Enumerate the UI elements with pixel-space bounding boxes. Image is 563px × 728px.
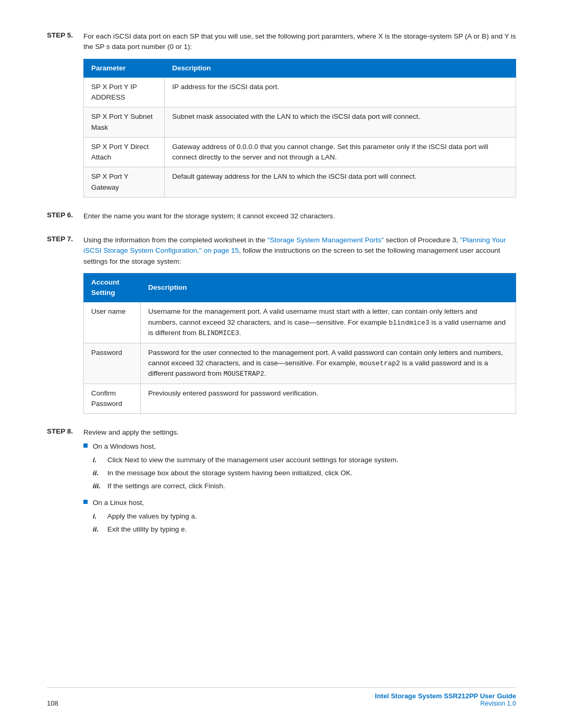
step5-col-param: Parameter xyxy=(84,59,165,77)
sub-sub-list: i.Apply the values by typing a.ii.Exit t… xyxy=(93,511,516,535)
sub-item-text: In the message box about the storage sys… xyxy=(107,468,353,478)
desc-cell: Password for the user connected to the m… xyxy=(141,343,516,384)
step8-label: STEP 8. xyxy=(47,427,83,541)
table-row: PasswordPassword for the user connected … xyxy=(84,343,516,384)
roman-numeral: ii. xyxy=(93,468,107,478)
list-item: ii.Exit the utility by typing e. xyxy=(93,524,516,535)
bullet-icon xyxy=(83,500,88,504)
list-item: On a Windows host,i.Click Next to view t… xyxy=(83,441,516,495)
guide-title: Intel Storage System SSR212PP User Guide xyxy=(375,692,516,700)
table-row: SP X Port Y Direct AttachGateway address… xyxy=(84,137,516,167)
footer-right: Intel Storage System SSR212PP User Guide… xyxy=(375,692,516,707)
list-item: i.Apply the values by typing a. xyxy=(93,511,516,522)
bullet-content: On a Linux host,i.Apply the values by ty… xyxy=(93,498,516,538)
step8-text: Review and apply the settings. xyxy=(83,427,516,438)
desc-cell: Username for the management port. A vali… xyxy=(141,302,516,343)
bullet-text: On a Windows host, xyxy=(93,441,516,452)
step7-col-setting: Account Setting xyxy=(84,273,141,302)
step7-link1[interactable]: "Storage System Management Ports" xyxy=(267,236,384,244)
list-item: ii.In the message box about the storage … xyxy=(93,468,516,478)
param-cell: SP X Port Y Direct Attach xyxy=(84,137,165,167)
step8-list: On a Windows host,i.Click Next to view t… xyxy=(83,441,516,538)
desc-cell: Previously entered password for password… xyxy=(141,384,516,414)
table-row: Confirm PasswordPreviously entered passw… xyxy=(84,384,516,414)
step7-col-desc: Description xyxy=(141,273,516,302)
sub-item-text: Exit the utility by typing e. xyxy=(107,524,187,535)
bullet-text: On a Linux host, xyxy=(93,498,516,508)
table-row: User nameUsername for the management por… xyxy=(84,302,516,343)
step7-intro: Using the information from the completed… xyxy=(83,235,516,267)
desc-cell: Default gateway address for the LAN to w… xyxy=(165,167,516,198)
step5-block: STEP 5. For each iSCSI data port on each… xyxy=(47,31,516,201)
list-item: iii.If the settings are correct, click F… xyxy=(93,481,516,491)
param-cell: SP X Port Y Gateway xyxy=(84,167,165,198)
step7-intro-part2: section of Procedure 3, xyxy=(384,236,460,244)
sub-item-text: If the settings are correct, click Finis… xyxy=(107,481,225,491)
step8-block: STEP 8. Review and apply the settings. O… xyxy=(47,427,516,541)
list-item: On a Linux host,i.Apply the values by ty… xyxy=(83,498,516,538)
setting-cell: Password xyxy=(84,343,141,384)
list-item: i.Click Next to view the summary of the … xyxy=(93,455,516,465)
revision: Revision 1.0 xyxy=(375,700,516,707)
roman-numeral: ii. xyxy=(93,524,107,535)
step8-content: Review and apply the settings. On a Wind… xyxy=(83,427,516,541)
table-row: SP X Port Y GatewayDefault gateway addre… xyxy=(84,167,516,198)
bullet-content: On a Windows host,i.Click Next to view t… xyxy=(93,441,516,495)
bullet-icon xyxy=(83,443,88,448)
step7-content: Using the information from the completed… xyxy=(83,235,516,417)
setting-cell: Confirm Password xyxy=(84,384,141,414)
sub-item-text: Apply the values by typing a. xyxy=(107,511,197,522)
step5-intro: For each iSCSI data port on each SP that… xyxy=(83,31,516,53)
desc-cell: Gateway address of 0.0.0.0 that you cann… xyxy=(165,137,516,167)
step6-text: Enter the name you want for the storage … xyxy=(83,211,516,221)
setting-cell: User name xyxy=(84,302,141,343)
step7-intro-part1: Using the information from the completed… xyxy=(83,236,267,244)
page: STEP 5. For each iSCSI data port on each… xyxy=(0,0,563,728)
param-cell: SP X Port Y Subnet Mask xyxy=(84,107,165,138)
step5-col-desc: Description xyxy=(165,59,516,77)
desc-cell: IP address for the iSCSI data port. xyxy=(165,77,516,107)
step6-content: Enter the name you want for the storage … xyxy=(83,211,516,225)
page-number: 108 xyxy=(47,699,58,707)
step5-label: STEP 5. xyxy=(47,31,83,201)
table-row: SP X Port Y IP ADDRESSIP address for the… xyxy=(84,77,516,107)
roman-numeral: iii. xyxy=(93,481,107,491)
table-row: SP X Port Y Subnet MaskSubnet mask assoc… xyxy=(84,107,516,138)
step7-label: STEP 7. xyxy=(47,235,83,417)
roman-numeral: i. xyxy=(93,511,107,522)
desc-cell: Subnet mask associated with the LAN to w… xyxy=(165,107,516,138)
step5-content: For each iSCSI data port on each SP that… xyxy=(83,31,516,201)
footer: 108 Intel Storage System SSR212PP User G… xyxy=(47,687,516,707)
roman-numeral: i. xyxy=(93,455,107,465)
step5-table: Parameter Description SP X Port Y IP ADD… xyxy=(83,59,516,198)
step7-block: STEP 7. Using the information from the c… xyxy=(47,235,516,417)
step6-block: STEP 6. Enter the name you want for the … xyxy=(47,211,516,225)
step7-table: Account Setting Description User nameUse… xyxy=(83,273,516,414)
sub-item-text: Click Next to view the summary of the ma… xyxy=(107,455,398,465)
sub-sub-list: i.Click Next to view the summary of the … xyxy=(93,455,516,492)
param-cell: SP X Port Y IP ADDRESS xyxy=(84,77,165,107)
step6-label: STEP 6. xyxy=(47,211,83,225)
